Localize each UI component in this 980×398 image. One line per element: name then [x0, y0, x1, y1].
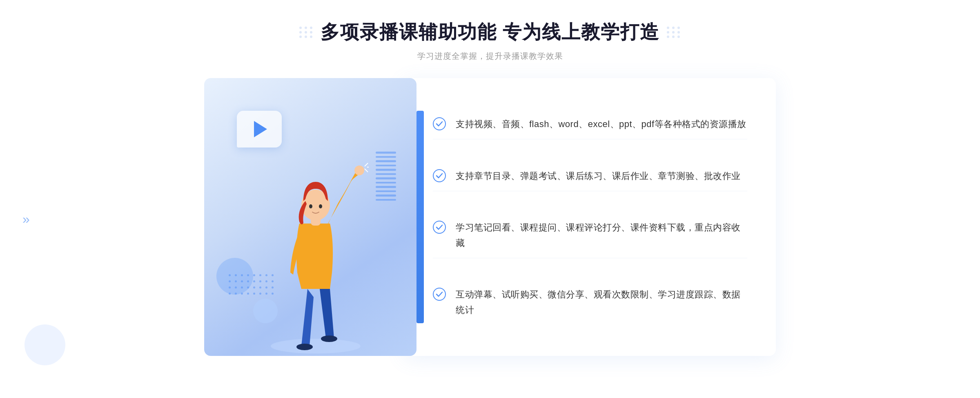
- svg-line-10: [365, 169, 368, 172]
- svg-point-12: [433, 170, 445, 182]
- feature-item-1: 支持视频、音频、flash、word、excel、ppt、pdf等各种格式的资源…: [433, 109, 747, 139]
- check-icon-3: [433, 221, 446, 234]
- illustration-panel: [204, 78, 416, 356]
- svg-point-6: [309, 204, 312, 208]
- svg-point-3: [354, 165, 364, 175]
- feature-text-2: 支持章节目录、弹题考试、课后练习、课后作业、章节测验、批改作业: [456, 168, 741, 183]
- title-grid-left-decoration: [299, 27, 313, 38]
- features-panel: 支持视频、音频、flash、word、excel、ppt、pdf等各种格式的资源…: [404, 78, 776, 356]
- svg-point-0: [271, 339, 361, 353]
- svg-line-8: [365, 163, 368, 166]
- feature-item-3: 学习笔记回看、课程提问、课程评论打分、课件资料下载，重点内容收藏: [433, 212, 747, 258]
- main-content: 支持视频、音频、flash、word、excel、ppt、pdf等各种格式的资源…: [204, 78, 776, 356]
- feature-text-4: 互动弹幕、试听购买、微信分享、观看次数限制、学习进度跟踪、数据统计: [456, 287, 747, 318]
- feature-item-4: 互动弹幕、试听购买、微信分享、观看次数限制、学习进度跟踪、数据统计: [433, 279, 747, 325]
- deco-circle-blue: [216, 258, 253, 295]
- svg-point-11: [433, 118, 445, 130]
- check-icon-4: [433, 288, 446, 301]
- page-title: 多项录播课辅助功能 专为线上教学打造: [321, 20, 660, 45]
- page-wrapper: 多项录播课辅助功能 专为线上教学打造 学习进度全掌握，提升录播课教学效果: [0, 0, 980, 398]
- left-arrows-decoration: »: [22, 211, 30, 226]
- check-icon-2: [433, 169, 446, 182]
- check-icon-1: [433, 117, 446, 130]
- feature-text-1: 支持视频、音频、flash、word、excel、ppt、pdf等各种格式的资源…: [456, 116, 746, 132]
- human-figure: [263, 134, 369, 356]
- header-title-row: 多项录播课辅助功能 专为线上教学打造: [299, 20, 681, 45]
- blue-accent-bar: [416, 111, 424, 323]
- svg-point-7: [319, 204, 322, 208]
- page-subtitle: 学习进度全掌握，提升录播课教学效果: [299, 51, 681, 62]
- svg-point-13: [433, 221, 445, 233]
- stripes-decoration: [376, 152, 396, 201]
- svg-point-14: [433, 288, 445, 300]
- page-deco-circle: [24, 324, 65, 365]
- title-grid-right-decoration: [667, 27, 681, 38]
- feature-text-3: 学习笔记回看、课程提问、课程评论打分、课件资料下载，重点内容收藏: [456, 220, 747, 250]
- svg-point-2: [321, 335, 337, 342]
- header-section: 多项录播课辅助功能 专为线上教学打造 学习进度全掌握，提升录播课教学效果: [299, 20, 681, 62]
- svg-point-1: [296, 344, 313, 350]
- feature-item-2: 支持章节目录、弹题考试、课后练习、课后作业、章节测验、批改作业: [433, 161, 747, 191]
